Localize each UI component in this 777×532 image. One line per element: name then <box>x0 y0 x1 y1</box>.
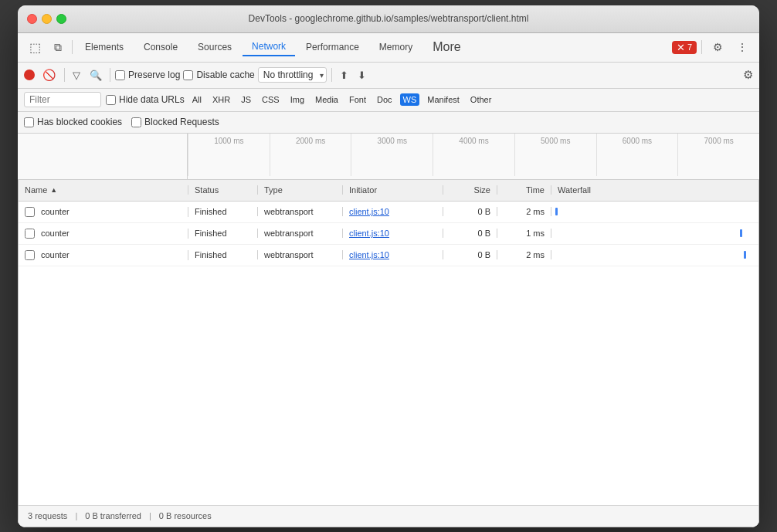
filter-other[interactable]: Other <box>467 93 495 106</box>
row2-checkbox[interactable] <box>25 229 35 239</box>
blocked-requests-text: Blocked Requests <box>144 117 219 127</box>
download-icon[interactable]: ⬇ <box>355 67 369 83</box>
ruler-mark-3: 3000 ms <box>351 134 433 176</box>
col-header-time[interactable]: Time <box>497 185 551 195</box>
row1-name-cell: counter <box>19 207 188 217</box>
row2-name: counter <box>41 229 70 238</box>
ruler-marks: 1000 ms 2000 ms 3000 ms 4000 ms 5000 ms … <box>188 134 759 179</box>
filter-js[interactable]: JS <box>238 93 254 106</box>
row3-type: webtransport <box>258 250 343 259</box>
tab-performance[interactable]: Performance <box>297 39 368 56</box>
filter-row: Hide data URLs All XHR JS CSS Img Media … <box>18 89 759 112</box>
transferred-size: 0 B transferred <box>85 511 141 520</box>
row3-time: 2 ms <box>497 250 551 259</box>
row1-name: counter <box>41 207 70 216</box>
upload-icon[interactable]: ⬆ <box>337 67 351 83</box>
inspect-icon-button[interactable]: ⬚ <box>24 36 46 58</box>
ruler-mark-6: 6000 ms <box>596 134 678 176</box>
disable-cache-checkbox[interactable] <box>183 70 193 80</box>
hide-data-urls-checkbox[interactable] <box>106 95 116 105</box>
search-icon[interactable]: 🔍 <box>87 67 105 83</box>
filter-doc[interactable]: Doc <box>374 93 395 106</box>
table-row[interactable]: counter Finished webtransport client.js:… <box>19 245 758 266</box>
blocked-row: Has blocked cookies Blocked Requests <box>18 112 759 134</box>
preserve-log-checkbox[interactable] <box>115 70 125 80</box>
filter-css[interactable]: CSS <box>259 93 283 106</box>
has-blocked-cookies-checkbox[interactable] <box>24 117 34 127</box>
tab-memory[interactable]: Memory <box>370 39 422 56</box>
tab-network[interactable]: Network <box>243 38 295 56</box>
table-rows-area: counter Finished webtransport client.js:… <box>19 202 758 505</box>
stop-button[interactable]: 🚫 <box>38 64 59 86</box>
col-header-initiator[interactable]: Initiator <box>343 185 443 195</box>
throttle-select[interactable]: No throttling <box>258 67 327 83</box>
row2-name-cell: counter <box>19 229 188 239</box>
preserve-log-label[interactable]: Preserve log <box>115 69 180 80</box>
ruler-mark-7: 7000 ms <box>677 134 759 176</box>
network-table: Name ▲ Status Type Initiator Size Time W… <box>18 180 759 527</box>
row1-time: 2 ms <box>497 207 551 216</box>
error-count: 7 <box>687 42 692 52</box>
timeline-ruler: 1000 ms 2000 ms 3000 ms 4000 ms 5000 ms … <box>188 134 759 179</box>
tab-sources[interactable]: Sources <box>188 39 241 56</box>
row3-checkbox[interactable] <box>25 250 35 260</box>
row3-size: 0 B <box>443 250 497 259</box>
preserve-log-text: Preserve log <box>128 69 180 80</box>
timeline-header: 1000 ms 2000 ms 3000 ms 4000 ms 5000 ms … <box>18 134 759 180</box>
blocked-requests-checkbox[interactable] <box>131 117 141 127</box>
record-button[interactable] <box>24 69 35 80</box>
minimize-button[interactable] <box>42 14 52 24</box>
row3-name-cell: counter <box>19 250 188 260</box>
row3-status: Finished <box>188 250 258 259</box>
filter-img[interactable]: Img <box>287 93 307 106</box>
row1-checkbox[interactable] <box>25 207 35 217</box>
blocked-requests-label[interactable]: Blocked Requests <box>131 117 219 127</box>
filter-all[interactable]: All <box>189 93 205 106</box>
traffic-lights <box>27 14 66 24</box>
col-header-name[interactable]: Name ▲ <box>19 185 188 195</box>
network-settings-icon[interactable]: ⚙ <box>743 68 753 82</box>
row1-waterfall <box>551 202 758 223</box>
sort-icon: ▲ <box>50 186 57 194</box>
filter-icon[interactable]: ▽ <box>70 67 83 83</box>
network-toolbar: 🚫 ▽ 🔍 Preserve log Disable cache No thro… <box>18 63 759 89</box>
row3-initiator-link[interactable]: client.js:10 <box>349 250 389 259</box>
col-header-type[interactable]: Type <box>258 185 343 195</box>
row3-waterfall-bar <box>744 251 746 259</box>
close-button[interactable] <box>27 14 37 24</box>
title-bar: DevTools - googlechrome.github.io/sample… <box>18 5 759 33</box>
row3-name: counter <box>41 250 70 259</box>
row1-size: 0 B <box>443 207 497 216</box>
has-blocked-cookies-text: Has blocked cookies <box>37 117 122 127</box>
row1-initiator-link[interactable]: client.js:10 <box>349 207 389 216</box>
filter-manifest[interactable]: Manifest <box>424 93 463 106</box>
col-header-waterfall[interactable]: Waterfall <box>551 185 758 195</box>
filter-media[interactable]: Media <box>312 93 341 106</box>
has-blocked-cookies-label[interactable]: Has blocked cookies <box>24 117 122 127</box>
col-header-size[interactable]: Size <box>443 185 497 195</box>
toolbar-right: ✕ 7 ⚙ ⋮ <box>672 36 753 58</box>
tabs-toolbar: ⬚ ⧉ Elements Console Sources Network Per… <box>18 33 759 63</box>
device-icon-button[interactable]: ⧉ <box>47 36 69 58</box>
table-row[interactable]: counter Finished webtransport client.js:… <box>19 223 758 245</box>
more-button[interactable]: ⋮ <box>731 36 753 58</box>
status-bar: 3 requests | 0 B transferred | 0 B resou… <box>19 505 758 527</box>
row3-waterfall <box>551 244 758 266</box>
col-header-status[interactable]: Status <box>188 185 258 195</box>
table-header: Name ▲ Status Type Initiator Size Time W… <box>19 180 758 202</box>
tab-more[interactable]: More <box>423 37 470 57</box>
timeline-name-col <box>18 134 188 179</box>
maximize-button[interactable] <box>56 14 66 24</box>
settings-button[interactable]: ⚙ <box>707 36 728 58</box>
window-body: ⬚ ⧉ Elements Console Sources Network Per… <box>18 33 759 527</box>
tab-console[interactable]: Console <box>134 39 187 56</box>
filter-font[interactable]: Font <box>346 93 369 106</box>
row2-initiator-link[interactable]: client.js:10 <box>349 229 389 238</box>
hide-data-urls-label[interactable]: Hide data URLs <box>106 94 185 105</box>
disable-cache-label[interactable]: Disable cache <box>183 69 254 80</box>
tab-elements[interactable]: Elements <box>76 39 133 56</box>
table-row[interactable]: counter Finished webtransport client.js:… <box>19 202 758 223</box>
filter-ws[interactable]: WS <box>400 93 420 106</box>
filter-input[interactable] <box>24 92 101 107</box>
filter-xhr[interactable]: XHR <box>209 93 233 106</box>
